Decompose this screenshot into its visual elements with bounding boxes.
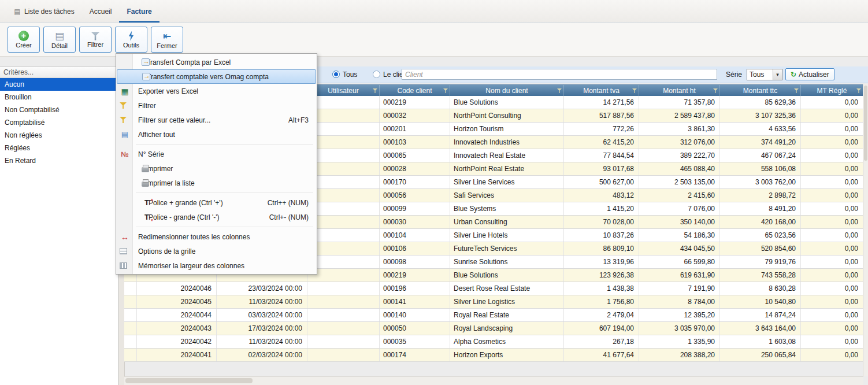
menu-item-transfert-comptable-vers-omag-compta[interactable]: Transfert comptable vers Omag compta — [117, 69, 316, 84]
ttc-cell: 743 558,28 — [720, 269, 801, 282]
menu-item-label: Police - grande (Ctrl '-') — [149, 213, 220, 221]
table-row[interactable]: 2024004623/03/2024 00:00000196Desert Ros… — [124, 282, 863, 295]
tasks-icon — [13, 8, 21, 16]
ttc-cell: 4 633,56 — [720, 123, 801, 135]
ttc-cell: 1 603,08 — [720, 335, 801, 348]
vertical-scrollbar[interactable] — [863, 84, 868, 376]
creer-button[interactable]: Créer — [8, 27, 40, 53]
menu-item-label: Transfert comptable vers Omag compta — [147, 73, 269, 81]
code-cell: 000035 — [380, 335, 450, 348]
ht-cell: 3 035 970,00 — [639, 322, 720, 335]
user-cell — [307, 176, 380, 188]
detail-form-icon — [55, 30, 64, 42]
column-filter-icon[interactable] — [373, 88, 377, 93]
column-filter-icon[interactable] — [856, 88, 861, 93]
criteria-item-comptabilise[interactable]: Comptabilisé — [0, 116, 118, 129]
detail-button[interactable]: Détail — [43, 27, 76, 53]
column-filter-icon[interactable] — [632, 88, 637, 93]
name-cell: Blue Solutions — [450, 96, 564, 109]
criteria-item-non-reglees[interactable]: Non réglées — [0, 129, 118, 142]
code-cell: 000140 — [380, 309, 450, 321]
menu-item-label: Afficher tout — [138, 131, 175, 139]
outils-button[interactable]: Outils — [115, 27, 147, 53]
ht-cell: 54 186,30 — [639, 229, 720, 242]
filtrer-button[interactable]: Filtrer — [79, 27, 112, 53]
criteria-item-reglees[interactable]: Réglées — [0, 142, 118, 154]
toolbar-button-label: Fermer — [157, 42, 177, 49]
tab-liste-des-taches[interactable]: Liste des tâches — [6, 0, 82, 23]
menu-item-options-de-la-grille[interactable]: Options de la grille — [116, 244, 317, 258]
column-header-mt-regle[interactable]: MT Réglé — [801, 85, 863, 97]
menu-item-filtrer[interactable]: Filtrer — [116, 98, 317, 113]
tva-cell: 267,18 — [564, 335, 639, 348]
user-cell — [307, 282, 380, 295]
tva-cell: 1 415,20 — [564, 202, 639, 215]
menu-item-afficher-tout[interactable]: Afficher tout — [116, 127, 317, 142]
column-header-montant-tva[interactable]: Montant tva — [564, 85, 639, 97]
ttc-cell: 420 168,00 — [720, 216, 801, 228]
menu-item-police-grande-ctrl[interactable]: Police - grande (Ctrl '-')Ctrl+- (NUM) — [116, 210, 317, 224]
actualiser-button[interactable]: Actualiser — [785, 68, 834, 80]
menu-item-exporter-vers-excel[interactable]: Exporter vers Excel — [116, 84, 317, 98]
menu-item-label: Filtrer — [138, 102, 156, 110]
table-row[interactable]: 2024004511/03/2024 00:00000141Silver Lin… — [124, 295, 863, 309]
fermer-button[interactable]: Fermer — [151, 27, 183, 53]
column-filter-icon[interactable] — [557, 88, 562, 93]
toolbar-button-label: Créer — [16, 42, 32, 49]
name-cell: FutureTech Services — [450, 242, 564, 255]
table-row[interactable]: 2024004211/03/2024 00:00000035Alpha Cosm… — [124, 335, 863, 349]
column-filter-icon[interactable] — [443, 88, 448, 93]
column-header-utilisateur[interactable]: Utilisateur — [307, 85, 380, 97]
ht-cell: 7 076,00 — [639, 202, 720, 215]
menu-item-imprimer-la-liste[interactable]: Imprimer la liste — [116, 176, 317, 190]
table-row[interactable]: 2024004403/03/2024 00:00000140Royal Real… — [124, 309, 863, 322]
menu-item-filtrer-sur-cette-valeur[interactable]: Filtrer sur cette valeur...Alt+F3 — [116, 113, 317, 127]
horizontal-scrollbar[interactable] — [124, 376, 863, 385]
column-header-montant-ht[interactable]: Montant ht — [639, 85, 720, 97]
tab-accueil[interactable]: Accueil — [82, 0, 120, 23]
num-cell: 20240046 — [137, 282, 217, 295]
ht-cell: 12 395,20 — [639, 309, 720, 321]
column-header-label: Code client — [397, 87, 432, 95]
criteria-item-brouillon[interactable]: Brouillon — [0, 91, 118, 103]
menu-item-n-serie[interactable]: N° Série — [116, 147, 317, 161]
menu-item-police-grande-ctrl[interactable]: Police + grande (Ctrl '+')Ctrl++ (NUM) — [116, 195, 317, 210]
tab-facture[interactable]: Facture — [119, 0, 159, 23]
column-header-code-client[interactable]: Code client — [380, 85, 450, 97]
ht-cell: 465 088,40 — [639, 162, 720, 175]
date-cell: 03/03/2024 00:00 — [217, 309, 307, 321]
menu-item-imprimer[interactable]: Imprimer — [116, 161, 317, 176]
menu-item-label: Mémoriser la largeur des colonnes — [138, 262, 244, 270]
menu-separator — [116, 224, 317, 229]
toolbar-button-label: Filtrer — [87, 41, 103, 48]
column-header-montant-ttc[interactable]: Montant ttc — [720, 85, 801, 97]
tva-cell: 77 844,54 — [564, 149, 639, 162]
criteria-item-en-retard[interactable]: En Retard — [0, 154, 118, 167]
client-input[interactable] — [402, 69, 717, 80]
column-filter-icon[interactable] — [794, 88, 799, 93]
table-row[interactable]: 2024004102/03/2024 00:00000174Horizon Ex… — [124, 349, 863, 362]
funnel-icon — [91, 32, 100, 40]
sel-cell — [124, 282, 137, 295]
table-row[interactable]: 2024004317/03/2024 00:00000050Royal Land… — [124, 322, 863, 335]
radio-tous[interactable] — [332, 71, 340, 78]
criteria-item-aucun[interactable]: Aucun — [0, 78, 118, 91]
menu-item-label: N° Série — [138, 150, 164, 158]
serie-label: Série — [726, 71, 742, 79]
criteria-item-non-comptabilise[interactable]: Non Comptabilisé — [0, 103, 118, 116]
user-cell — [307, 202, 380, 215]
name-cell: NorthPoint Real Estate — [450, 162, 564, 175]
ttc-cell: 3 643 164,00 — [720, 322, 801, 335]
column-filter-icon[interactable] — [713, 88, 718, 93]
serie-select[interactable]: Tous — [747, 69, 782, 80]
user-cell — [307, 136, 380, 149]
regle-cell: 0,00 — [801, 242, 863, 255]
name-cell: Royal Real Estate — [450, 309, 564, 321]
regle-cell: 0,00 — [801, 309, 863, 321]
menu-item-memoriser-la-largeur-des-colonnes[interactable]: Mémoriser la largeur des colonnes — [116, 258, 317, 273]
menu-item-redimensionner-toutes-les-colonnes[interactable]: Redimensionner toutes les colonnes — [116, 229, 317, 244]
menu-item-transfert-compta-par-excel[interactable]: Transfert Compta par Excel — [116, 55, 317, 69]
code-cell: 000056 — [380, 189, 450, 202]
column-header-nom-du-client[interactable]: Nom du client — [450, 85, 564, 97]
radio-le-client[interactable] — [373, 71, 380, 78]
